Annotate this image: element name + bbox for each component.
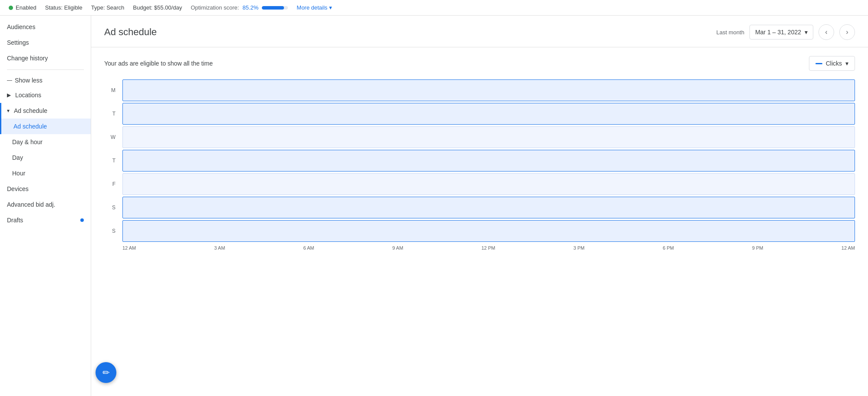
day-label-f: F bbox=[104, 181, 117, 187]
sidebar-item-advanced-bid[interactable]: Advanced bid adj. bbox=[0, 197, 91, 212]
grid-row-saturday: S bbox=[104, 197, 855, 218]
x-label-9am: 9 AM bbox=[393, 245, 403, 251]
chevron-down-icon: ▾ bbox=[7, 108, 10, 114]
content-area: Ad schedule Last month Mar 1 – 31, 2022 … bbox=[91, 16, 868, 396]
grid-row-sunday: S bbox=[104, 220, 855, 242]
clicks-line-icon bbox=[815, 63, 822, 64]
chevron-right-icon: ▶ bbox=[7, 92, 11, 98]
grid-row-thursday: T bbox=[104, 150, 855, 172]
day-label-t1: T bbox=[104, 111, 117, 117]
clicks-label: Clicks bbox=[826, 60, 842, 67]
dropdown-arrow-icon: ▾ bbox=[845, 60, 848, 67]
chart-title: Your ads are eligible to show all the ti… bbox=[104, 60, 213, 67]
budget-item: Budget: $55.00/day bbox=[133, 4, 182, 11]
day-label-t2: T bbox=[104, 158, 117, 164]
x-label-9pm: 9 PM bbox=[752, 245, 763, 251]
enabled-status: Enabled bbox=[9, 4, 36, 11]
page-title: Ad schedule bbox=[104, 26, 157, 38]
status-bar: Enabled Status: Eligible Type: Search Bu… bbox=[0, 0, 868, 16]
main-layout: Audiences Settings Change history — Show… bbox=[0, 16, 868, 396]
sidebar-item-day[interactable]: Day bbox=[0, 150, 91, 165]
clicks-dropdown[interactable]: Clicks ▾ bbox=[809, 56, 855, 71]
sidebar-item-drafts[interactable]: Drafts bbox=[0, 212, 91, 228]
date-picker[interactable]: Mar 1 – 31, 2022 ▾ bbox=[749, 25, 813, 40]
chevron-down-icon: ▾ bbox=[329, 4, 332, 11]
opt-score-value: 85.2% bbox=[242, 4, 258, 11]
grid-bar-thursday bbox=[122, 150, 855, 172]
last-month-label: Last month bbox=[716, 29, 744, 36]
x-axis: 12 AM 3 AM 6 AM 9 AM 12 PM 3 PM 6 PM 9 P… bbox=[122, 245, 855, 251]
grid-row-monday: M bbox=[104, 79, 855, 101]
sidebar-item-locations[interactable]: ▶ Locations bbox=[0, 87, 91, 103]
sidebar-item-devices[interactable]: Devices bbox=[0, 181, 91, 197]
enabled-label: Enabled bbox=[16, 4, 36, 11]
grid-bar-wednesday bbox=[122, 126, 855, 148]
drafts-dot bbox=[80, 218, 84, 222]
show-less-button[interactable]: — Show less bbox=[0, 73, 91, 87]
grid-bar-sunday bbox=[122, 220, 855, 242]
day-label-m: M bbox=[104, 87, 117, 93]
schedule-grid: M T W T F bbox=[104, 79, 855, 251]
x-label-6pm: 6 PM bbox=[663, 245, 674, 251]
header-controls: Last month Mar 1 – 31, 2022 ▾ ‹ › bbox=[716, 24, 855, 40]
grid-bar-saturday bbox=[122, 197, 855, 218]
sidebar-item-change-history[interactable]: Change history bbox=[0, 50, 91, 66]
grid-bar-friday bbox=[122, 173, 855, 195]
optimization-score: Optimization score: 85.2% bbox=[191, 4, 288, 11]
date-range-label: Mar 1 – 31, 2022 bbox=[755, 29, 801, 36]
edit-fab[interactable]: ✏ bbox=[96, 362, 116, 383]
grid-row-friday: F bbox=[104, 173, 855, 195]
grid-row-tuesday: T bbox=[104, 103, 855, 125]
page-header: Ad schedule Last month Mar 1 – 31, 2022 … bbox=[91, 16, 868, 47]
grid-bar-monday bbox=[122, 79, 855, 101]
grid-row-wednesday: W bbox=[104, 126, 855, 148]
type-item: Type: Search bbox=[91, 4, 125, 11]
sidebar-item-day-hour[interactable]: Day & hour bbox=[0, 134, 91, 150]
x-label-3am: 3 AM bbox=[214, 245, 225, 251]
x-label-12am: 12 AM bbox=[122, 245, 136, 251]
day-label-s1: S bbox=[104, 205, 117, 211]
prev-nav-button[interactable]: ‹ bbox=[818, 24, 834, 40]
dropdown-arrow-icon: ▾ bbox=[805, 29, 808, 36]
status-item: Status: Eligible bbox=[45, 4, 83, 11]
sidebar-item-settings[interactable]: Settings bbox=[0, 35, 91, 50]
sidebar-divider bbox=[7, 69, 84, 70]
day-label-w: W bbox=[104, 134, 117, 140]
edit-icon: ✏ bbox=[102, 367, 110, 378]
sidebar-item-hour[interactable]: Hour bbox=[0, 165, 91, 181]
opt-score-bar bbox=[262, 6, 288, 10]
x-label-12am-end: 12 AM bbox=[842, 245, 855, 251]
x-label-6am: 6 AM bbox=[303, 245, 314, 251]
chart-header: Your ads are eligible to show all the ti… bbox=[104, 56, 855, 71]
x-label-3pm: 3 PM bbox=[574, 245, 585, 251]
chart-container: Your ads are eligible to show all the ti… bbox=[91, 47, 868, 259]
x-label-12pm: 12 PM bbox=[482, 245, 495, 251]
sidebar-item-ad-schedule-child[interactable]: Ad schedule bbox=[0, 119, 91, 134]
sidebar-item-audiences[interactable]: Audiences bbox=[0, 19, 91, 35]
next-nav-button[interactable]: › bbox=[839, 24, 855, 40]
sidebar: Audiences Settings Change history — Show… bbox=[0, 16, 91, 396]
dash-icon: — bbox=[7, 77, 12, 83]
more-details-button[interactable]: More details ▾ bbox=[297, 4, 332, 11]
enabled-dot bbox=[9, 6, 13, 10]
day-label-s2: S bbox=[104, 228, 117, 234]
sidebar-item-ad-schedule-parent[interactable]: ▾ Ad schedule bbox=[0, 103, 91, 119]
grid-bar-tuesday bbox=[122, 103, 855, 125]
opt-bar-fill bbox=[262, 6, 284, 10]
